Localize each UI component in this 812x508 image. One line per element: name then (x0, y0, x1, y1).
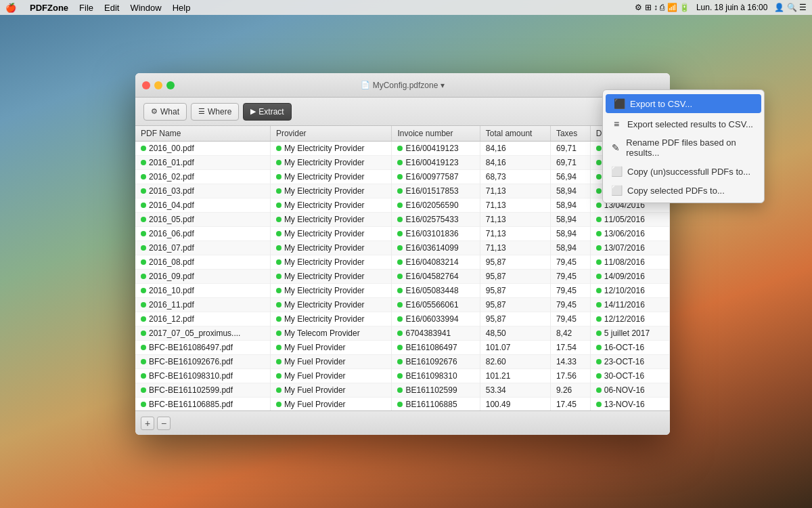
date-dot (596, 274, 602, 279)
toolbar: ⚙ What ☰ Where ▶ Extract ▶ ■ ⬆ ▾ (135, 98, 670, 126)
date-dot (596, 146, 602, 151)
table-row[interactable]: 2016_03.pdf My Electricity Provider E16/… (135, 184, 670, 198)
extract-button[interactable]: ▶ Extract (243, 103, 291, 121)
table-row[interactable]: 2016_08.pdf My Electricity Provider E16/… (135, 255, 670, 270)
cell-total: 84,16 (480, 156, 550, 170)
table-row[interactable]: 2016_00.pdf My Electricity Provider E16/… (135, 142, 670, 156)
cell-provider: My Electricity Provider (270, 241, 392, 255)
maximize-button[interactable] (166, 81, 175, 89)
cell-taxes: 17.45 (550, 398, 590, 411)
cell-invoice: E16/02056590 (392, 198, 480, 213)
window-title: 📄 MyConfig.pdfzone ▾ (361, 81, 445, 90)
copy-selected-item[interactable]: ⬜ Copy selected PDFs to... (603, 181, 764, 200)
cell-pdf-name: 2016_08.pdf (135, 255, 270, 270)
cell-taxes: 79,45 (550, 255, 590, 270)
provider-dot (276, 345, 281, 350)
provider-dot (276, 331, 281, 336)
cell-provider: My Telecom Provider (270, 326, 392, 341)
apple-menu[interactable]: 🍎 (5, 3, 16, 13)
table-row[interactable]: BFC-BE161086497.pdf My Fuel Provider BE1… (135, 341, 670, 355)
minimize-button[interactable] (154, 81, 162, 89)
col-pdf-name: PDF Name (135, 126, 270, 142)
cell-invoice: BE161086497 (392, 341, 480, 355)
cell-provider: My Electricity Provider (270, 170, 392, 184)
cell-provider: My Electricity Provider (270, 213, 392, 227)
status-dot (141, 302, 146, 308)
provider-dot (276, 245, 281, 251)
cell-invoice: BE161106885 (392, 398, 480, 411)
provider-dot (276, 402, 281, 407)
export-csv-label: Export to CSV... (630, 99, 692, 109)
status-dot (141, 316, 146, 322)
menu-help[interactable]: Help (173, 3, 191, 13)
invoice-dot (397, 331, 403, 336)
export-csv-item[interactable]: ⬛ Export to CSV... (606, 94, 761, 113)
menu-window[interactable]: Window (130, 3, 161, 13)
table-row[interactable]: 2016_01.pdf My Electricity Provider E16/… (135, 156, 670, 170)
cell-total: 71,13 (480, 213, 550, 227)
col-taxes: Taxes (550, 126, 590, 142)
date-dot (596, 160, 602, 165)
table-row[interactable]: 2016_09.pdf My Electricity Provider E16/… (135, 270, 670, 284)
app-name[interactable]: PDFZone (30, 3, 68, 13)
table-row[interactable]: BFC-BE161092676.pdf My Fuel Provider BE1… (135, 355, 670, 369)
status-dot (141, 402, 146, 407)
table-row[interactable]: 2016_10.pdf My Electricity Provider E16/… (135, 284, 670, 298)
invoice-dot (397, 203, 403, 208)
cell-date: 06-NOV-16 (590, 383, 669, 398)
cell-invoice: E16/05566061 (392, 298, 480, 312)
cell-date: 5 juillet 2017 (590, 326, 669, 341)
table-row[interactable]: 2016_04.pdf My Electricity Provider E16/… (135, 198, 670, 213)
rename-item[interactable]: ✎ Rename PDF files based on results... (603, 133, 764, 162)
gear-icon: ⚙ (151, 107, 158, 116)
table-row[interactable]: 2017_07_05_proximus.... My Telecom Provi… (135, 326, 670, 341)
where-button[interactable]: ☰ Where (191, 103, 239, 121)
what-button[interactable]: ⚙ What (143, 103, 187, 121)
menubar-time: Lun. 18 juin à 16:00 (696, 3, 767, 12)
date-dot (596, 331, 602, 336)
invoice-dot (397, 402, 403, 407)
menubar: 🍎 PDFZone File Edit Window Help ⚙ ⊞ ↕ ⎙ … (0, 0, 812, 15)
menu-edit[interactable]: Edit (104, 3, 119, 13)
date-dot (596, 188, 602, 194)
titlebar: 📄 MyConfig.pdfzone ▾ (135, 73, 670, 98)
status-dot (141, 203, 146, 208)
date-dot (596, 231, 602, 236)
provider-dot (276, 373, 281, 379)
table-row[interactable]: 2016_11.pdf My Electricity Provider E16/… (135, 298, 670, 312)
cell-date: 12/10/2016 (590, 284, 669, 298)
table-row[interactable]: 2016_07.pdf My Electricity Provider E16/… (135, 241, 670, 255)
dropdown-menu: ⬛ Export to CSV... ≡ Export selected res… (602, 89, 765, 203)
remove-button[interactable]: − (157, 417, 171, 430)
cell-taxes: 14.33 (550, 355, 590, 369)
cell-total: 84,16 (480, 142, 550, 156)
cell-total: 71,13 (480, 227, 550, 241)
export-selected-item[interactable]: ≡ Export selected results to CSV... (603, 114, 764, 133)
cell-pdf-name: 2016_02.pdf (135, 170, 270, 184)
invoice-dot (397, 302, 403, 308)
table-row[interactable]: 2016_12.pdf My Electricity Provider E16/… (135, 312, 670, 326)
copy-unsuccessful-item[interactable]: ⬜ Copy (un)successfull PDFs to... (603, 162, 764, 181)
cell-total: 71,13 (480, 198, 550, 213)
traffic-lights (142, 81, 175, 89)
table-row[interactable]: 2016_05.pdf My Electricity Provider E16/… (135, 213, 670, 227)
cell-invoice: BE161102599 (392, 383, 480, 398)
table-row[interactable]: 2016_06.pdf My Electricity Provider E16/… (135, 227, 670, 241)
add-button[interactable]: + (141, 417, 154, 430)
table-row[interactable]: 2016_02.pdf My Electricity Provider E16/… (135, 170, 670, 184)
window-title-text: MyConfig.pdfzone (373, 81, 438, 90)
table-row[interactable]: BFC-BE161098310.pdf My Fuel Provider BE1… (135, 369, 670, 383)
cell-pdf-name: 2016_06.pdf (135, 227, 270, 241)
cell-pdf-name: 2016_12.pdf (135, 312, 270, 326)
status-dot (141, 231, 146, 236)
cell-taxes: 58,94 (550, 213, 590, 227)
close-button[interactable] (142, 81, 150, 89)
menubar-left: 🍎 PDFZone File Edit Window Help (5, 3, 190, 13)
cell-total: 95,87 (480, 255, 550, 270)
table-row[interactable]: BFC-BE161102599.pdf My Fuel Provider BE1… (135, 383, 670, 398)
provider-dot (276, 174, 281, 179)
table-row[interactable]: BFC-BE161106885.pdf My Fuel Provider BE1… (135, 398, 670, 411)
provider-dot (276, 274, 281, 279)
menu-file[interactable]: File (79, 3, 93, 13)
cell-provider: My Electricity Provider (270, 298, 392, 312)
